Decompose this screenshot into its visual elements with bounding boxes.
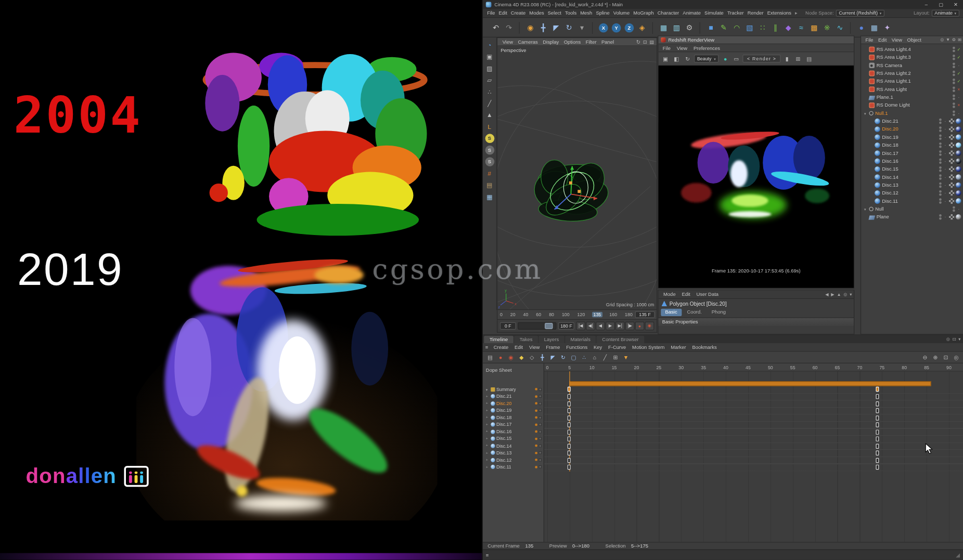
track-toggle[interactable] [538,430,542,433]
visibility-toggles[interactable] [939,174,942,180]
hamburger-icon[interactable]: ≡ [485,344,489,350]
keyframe-disc-16-f74[interactable] [876,429,879,434]
enabled-state-icon[interactable]: · [956,111,961,115]
menu-spline[interactable]: Spline [594,10,611,16]
keyframe-disc-14-f5[interactable] [568,444,571,448]
workplane-tool-icon[interactable]: # [485,169,494,178]
redo-icon[interactable]: ↷ [503,22,515,33]
current-frame-field[interactable]: 135 F [635,311,655,318]
frame-tick-160[interactable]: 160 [609,312,618,318]
menu-modes[interactable]: Modes [528,10,546,16]
visibility-toggles[interactable] [953,62,955,68]
texture-tag-icon[interactable] [949,198,955,204]
power-slider-handle[interactable] [545,323,553,329]
frame-tick-40[interactable]: 40 [522,312,529,318]
material-tag-icon[interactable] [956,135,961,140]
render-picture-viewer-icon[interactable]: ▥ [671,22,682,33]
timeline-menu-motion-system[interactable]: Motion System [629,344,667,350]
expand-icon[interactable]: + [486,416,490,420]
viewport-menu-panel[interactable]: Panel [599,39,617,45]
expand-icon[interactable]: + [486,423,490,426]
menu-tracker[interactable]: Tracker [725,10,746,16]
track-row-disc-20[interactable]: + Disc.20 [483,400,544,407]
visibility-toggles[interactable] [939,126,942,132]
frame-tick-0[interactable]: 0 [499,312,503,318]
key-snapshot-icon[interactable]: ▤ [486,353,495,362]
menu-simulate[interactable]: Simulate [703,10,726,16]
viewport-solo-icon[interactable]: ✦ [881,22,893,33]
track-toggle[interactable] [538,402,542,405]
settings-icon[interactable]: ⚙ [952,37,956,42]
record-position-icon[interactable]: ╋ [538,353,547,362]
point-mode-icon[interactable]: ∴ [485,87,494,97]
menu-mesh[interactable]: Mesh [579,10,594,16]
keyframe-disc-21-f5[interactable] [568,394,571,399]
renderview-titlebar[interactable]: Redshift RenderView [659,36,854,44]
track-row-disc-21[interactable]: + Disc.21 [483,393,544,400]
node-space-select[interactable]: Current (Redshift)▾ [836,10,884,17]
keyframe-selection-icon[interactable]: ◆ [517,353,526,362]
enabled-state-icon[interactable]: · [943,175,947,179]
om-menu-object[interactable]: Object [905,37,924,43]
material-tag-icon[interactable] [956,166,961,172]
texture-tag-icon[interactable] [949,166,955,172]
basic-properties-header[interactable]: Basic Properties [659,317,854,326]
visibility-toggles[interactable] [939,198,942,204]
frame-tick-20[interactable]: 20 [510,312,516,318]
expand-icon[interactable]: + [486,395,490,398]
visibility-toggles[interactable] [939,190,942,196]
volume-builder-icon[interactable]: ▩ [808,22,820,33]
visibility-toggles[interactable] [953,47,955,53]
object-row-rs-area-light-4[interactable]: RS Area Light.4 ✓ [861,45,963,53]
enabled-state-icon[interactable]: · [956,95,961,99]
summary-keys-bar[interactable] [570,381,931,386]
display-grid-icon[interactable]: ⊞ [793,54,803,63]
enabled-state-icon[interactable]: · [943,119,947,123]
visibility-toggles[interactable] [953,86,955,92]
object-row-rs-camera[interactable]: RS Camera · [861,61,963,69]
workplane-mode-icon[interactable]: ▱ [485,75,494,85]
x-axis-lock-icon[interactable]: X [599,23,608,32]
window-titlebar[interactable]: Cinema 4D R23.008 (RC) - [redo_kid_work_… [483,0,963,9]
rv-menu-view[interactable]: View [674,45,690,51]
frame-tick-80[interactable]: 80 [548,312,555,318]
menu-animate[interactable]: Animate [681,10,703,16]
object-row-rs-area-light-1[interactable]: RS Area Light.1 ✓ [861,77,963,85]
texture-tag-icon[interactable] [949,214,955,220]
keyframe-disc-18-f74[interactable] [876,415,879,420]
detach-icon[interactable]: ⊡ [953,337,956,342]
enabled-state-icon[interactable]: · [943,191,947,195]
move-tool-icon[interactable]: ╋ [537,22,549,33]
viewport-menu-filter[interactable]: Filter [583,39,599,45]
timeline-menu-marker[interactable]: Marker [667,344,689,350]
material-tag-icon[interactable] [956,190,961,196]
viewport-menu-cameras[interactable]: Cameras [516,39,541,45]
autokeying-icon[interactable]: ◉ [507,353,516,362]
keyframe-disc-12-f74[interactable] [876,458,879,462]
object-row-disc-20[interactable]: Disc.20 · [861,125,963,133]
layout-grid-icon[interactable]: ▦ [868,22,880,33]
toggle-single-view-icon[interactable]: ⊡ [643,39,647,45]
key-state-dot[interactable] [535,445,537,447]
expand-icon[interactable]: + [486,409,490,412]
tab-takes[interactable]: Takes [514,336,538,343]
enabled-state-icon[interactable]: × [956,87,961,92]
object-row-disc-12[interactable]: Disc.12 · [861,189,963,197]
object-row-disc-11[interactable]: Disc.11 · [861,197,963,205]
om-menu-view[interactable]: View [889,37,905,43]
enabled-state-icon[interactable]: · [943,151,947,155]
material-tag-icon[interactable] [956,126,961,132]
texture-paint-icon[interactable]: ▤ [485,180,494,190]
track-toggle[interactable] [538,444,542,447]
viewport-filter-icon[interactable]: ▦ [485,192,494,202]
keyframe-disc-20-f74[interactable] [876,401,879,406]
texture-tag-icon[interactable] [949,135,955,140]
keyframe-disc-16-f5[interactable] [568,429,571,434]
marker-add-icon[interactable]: ▼ [622,353,631,362]
frame-all-icon[interactable]: ⊡ [942,353,951,362]
material-tag-icon[interactable] [956,214,961,220]
timeline-menu-functions[interactable]: Functions [563,344,590,350]
menu-render[interactable]: Render [746,10,765,16]
texture-mode-icon[interactable]: ▨ [485,64,494,73]
record-parameter-icon[interactable]: ▢ [569,353,578,362]
